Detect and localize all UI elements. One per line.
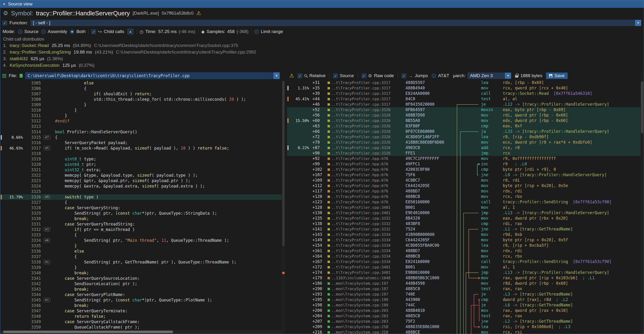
source-line[interactable]: 3327 {: [0, 200, 282, 205]
function-select[interactable]: [ - self - ] ▼: [30, 19, 642, 26]
source-line[interactable]: 3333 {: [0, 232, 282, 238]
assembly-row[interactable]: +90..t\TracyProfiler.cpp:3326FFE1jmprcx: [287, 151, 640, 156]
source-line[interactable]: 3324 memcpy( &extra, &payload.extra, siz…: [0, 183, 282, 189]
assembly-row[interactable]: 0.22%+87..t\TracyProfiler.cpp:33264903C8…: [287, 145, 640, 151]
assembly-row[interactable]: +52..t\TracyProfiler.cpp:33260FB64597mov…: [287, 107, 640, 113]
radio-icon[interactable]: [18, 29, 22, 34]
mode-radio-source[interactable]: Source: [18, 29, 38, 34]
assembly-row[interactable]: 1.31%+35..t\TracyProfiler.cpp:3317488B49…: [287, 85, 640, 91]
source-line[interactable]: 3346 break;: [0, 303, 282, 308]
scrollbar-thumb[interactable]: [3, 331, 173, 333]
assembly-row[interactable]: +186..mon\TracySystem.cpp:197448B4598mov…: [287, 281, 640, 286]
assembly-row[interactable]: +195..mon\TracySystem.cpp:199443900cmpdw…: [287, 297, 640, 302]
source-toggle[interactable]: ✓ Source: [333, 73, 354, 78]
assembly-row[interactable]: +207..mon\TracySystem.cpp:20375F2jne.L2 …: [287, 319, 640, 324]
assembly-row[interactable]: +161..t\TracyProfiler.cpp:3334488BD7movr…: [287, 248, 640, 254]
assembly-row[interactable]: +130..t\TracyProfiler.cpp:3401E9E4010000…: [287, 210, 640, 216]
mode-radio-both[interactable]: Both: [70, 29, 86, 34]
collapse-icon[interactable]: ▼: [2, 2, 6, 6]
uarch-select[interactable]: AMD Zen 3 ▼: [467, 72, 511, 79]
relative-toggle[interactable]: ✓ Relative: [298, 73, 326, 78]
source-line[interactable]: 3339 }: [0, 265, 282, 270]
source-line[interactable]: 3345⌀1 SendString( ptr, (const char*)ptr…: [0, 298, 282, 303]
assembly-row[interactable]: +154..t\TracyProfiler.cpp:33344C8D055FBA…: [287, 243, 640, 248]
assembly-row[interactable]: +46..t\TracyProfiler.cpp:33170F843502000…: [287, 102, 640, 107]
assembly-row[interactable]: +209..mon\TracySystem.cpp:258488D35E8861…: [287, 324, 640, 330]
att-toggle[interactable]: AT&T: [432, 73, 449, 78]
limit-range-toggle[interactable]: Limit range: [254, 29, 283, 34]
source-line[interactable]: 3318: [0, 151, 282, 156]
child-call-row[interactable]: 4. KeSynchronizeExecution 125 μs (0.27%): [3, 62, 641, 69]
source-line[interactable]: 3313: [0, 124, 282, 129]
assembly-row[interactable]: +123..t\TracyProfiler.hpp:676E850160000c…: [287, 199, 640, 205]
assembly-row[interactable]: +72..t\TracyProfiler.cpp:33264C8D05F146F…: [287, 134, 640, 140]
child-calls-toggle[interactable]: ✓ ↪ Child calls: [92, 29, 124, 34]
source-line[interactable]: 3306 {: [0, 86, 282, 91]
assembly-row[interactable]: +174..t\TracyProfiler.cpp:3401E9B8010000…: [287, 270, 640, 275]
source-line[interactable]: 3331 case ServerQueryThreadString:: [0, 221, 282, 227]
source-line[interactable]: 3343 break;: [0, 287, 282, 292]
titlebar[interactable]: ▼ Source view: [0, 0, 644, 8]
scrollbar-thumb[interactable]: [282, 81, 284, 246]
source-line[interactable]: 3342 SendSourceLocation( ptr );: [0, 281, 282, 287]
source-line[interactable]: 3309 }: [0, 102, 282, 108]
assembly-row[interactable]: +112..t\TracyProfiler.hpp:676C64424205Em…: [287, 183, 640, 188]
child-call-name[interactable]: stat64i32: [10, 55, 28, 62]
assembly-row[interactable]: +172..t\TracyProfiler.cpp:3401B001moval,…: [287, 264, 640, 270]
assembly-row[interactable]: +120..t\TracyProfiler.hpp:676488BCBmovrc…: [287, 194, 640, 199]
assembly-row[interactable]: +141..t\TracyProfiler.cpp:33327524jne.L1…: [287, 226, 640, 232]
source-horizontal-scrollbar[interactable]: [0, 330, 282, 334]
mode-radio-assembly[interactable]: Assembly: [41, 29, 67, 34]
raw-code-checkbox[interactable]: ✓: [362, 74, 366, 78]
assembly-row[interactable]: +92..t\TracyProfiler.hpp:67649C7C1FFFFFF…: [287, 156, 640, 161]
jumps-toggle[interactable]: ✓ → Jumps: [402, 73, 428, 79]
source-line[interactable]: 3311 }: [0, 113, 282, 118]
assembly-vertical-scrollbar[interactable]: [640, 71, 644, 334]
assembly-row[interactable]: +138..t\TracyProfiler.cpp:3332483BF8cmpr…: [287, 221, 640, 226]
limit-range-checkbox[interactable]: [254, 29, 259, 34]
source-line[interactable]: 3312#endif: [0, 118, 282, 124]
assembly-row[interactable]: +167..t\TracyProfiler.cpp:3334E824160000…: [287, 259, 640, 264]
source-line[interactable]: 3325: [0, 189, 282, 194]
source-line[interactable]: 3320 uint64_t ptr;: [0, 162, 282, 167]
source-line[interactable]: 3348 return false;: [0, 314, 282, 319]
source-line[interactable]: 3307 if( shouldExit ) return;: [0, 91, 282, 97]
source-line[interactable]: 3310 }: [0, 108, 282, 113]
source-line[interactable]: 3349 case ServerQueryCallstackFrame:: [0, 319, 282, 325]
source-line[interactable]: 3338⌀1 SendString( ptr, GetThreadName( p…: [0, 259, 282, 265]
assembly-row[interactable]: +164..t\TracyProfiler.cpp:3334488BCBmovr…: [287, 254, 640, 259]
child-call-name[interactable]: KeSynchronizeExecution: [10, 62, 60, 69]
chevron-down-icon[interactable]: ▼: [274, 72, 280, 79]
file-select[interactable]: C:\Users\wolf\Desktop\darkrl\contrib\tra…: [25, 72, 280, 79]
assembly-row[interactable]: +31..t\TracyProfiler.cpp:3317488D5597lea…: [287, 80, 640, 85]
source-line[interactable]: 3322 memcpy( &type, &payload.type, sizeo…: [0, 173, 282, 178]
source-line[interactable]: 3336 else: [0, 249, 282, 254]
source-line[interactable]: 3347 case ServerQueryTerminate:: [0, 308, 282, 314]
assembly-row[interactable]: +200..mon\TracySystem.cpp:203488B4010mov…: [287, 308, 640, 313]
assembly-row[interactable]: +216..mon\TracySystem.cpp:258488BCEmovrc…: [287, 330, 640, 334]
assembly-row[interactable]: +198..mon\TracySystem.cpp:199744Cje.L6 -…: [287, 302, 640, 308]
source-checkbox[interactable]: ✓: [333, 74, 338, 78]
source-vertical-scrollbar[interactable]: [282, 80, 285, 334]
assembly-row[interactable]: +179..1103\include\atomic:1048488B05B63C…: [287, 275, 640, 281]
att-radio[interactable]: [432, 74, 436, 78]
source-line[interactable]: 3341 case ServerQuerySourceLocation:: [0, 276, 282, 281]
assembly-row[interactable]: +79..t\TracyProfiler.cpp:3326418B8C80E0B…: [287, 140, 640, 145]
source-line[interactable]: 3328 case ServerQueryString:: [0, 205, 282, 211]
child-call-row[interactable]: 3. stat64i32 625 μs (1.36%): [3, 55, 641, 62]
raw-code-toggle[interactable]: ✓ ⚙ Raw code: [362, 73, 394, 79]
assembly-row[interactable]: +204..mon\TracySystem.cpp:2034885C0testr…: [287, 313, 640, 319]
source-line[interactable]: 3305 else: [0, 80, 282, 86]
source-line[interactable]: 3308 std::this_thread::sleep_for( std::c…: [0, 97, 282, 102]
jumps-checkbox[interactable]: ✓: [402, 74, 406, 78]
chevron-down-icon[interactable]: ▼: [635, 20, 641, 26]
assembly-row[interactable]: 15.50%+60..t\TracyProfiler.cpp:33268B55A…: [287, 118, 640, 123]
assembly-row[interactable]: +109..t\TracyProfiler.hpp:6764C8BC7movr8…: [287, 178, 640, 183]
assembly-row[interactable]: +39..t\TracyProfiler.cpp:3317E824AA0000c…: [287, 91, 640, 96]
source-line[interactable]: 15.79%3326⌀9 switch( type ): [0, 194, 282, 200]
assembly-row[interactable]: +143..t\TracyProfiler.cpp:333441B90B0000…: [287, 232, 640, 237]
assembly-row[interactable]: +193..mon\TracySystem.cpp:197740Eje.L3 -…: [287, 292, 640, 297]
assembly-row[interactable]: +128..t\TracyProfiler.cpp:3401B001moval,…: [287, 205, 640, 210]
child-call-name[interactable]: tracy::Profiler::SendLongString: [10, 49, 71, 55]
source-line[interactable]: 3321 uint32_t extra;: [0, 167, 282, 173]
